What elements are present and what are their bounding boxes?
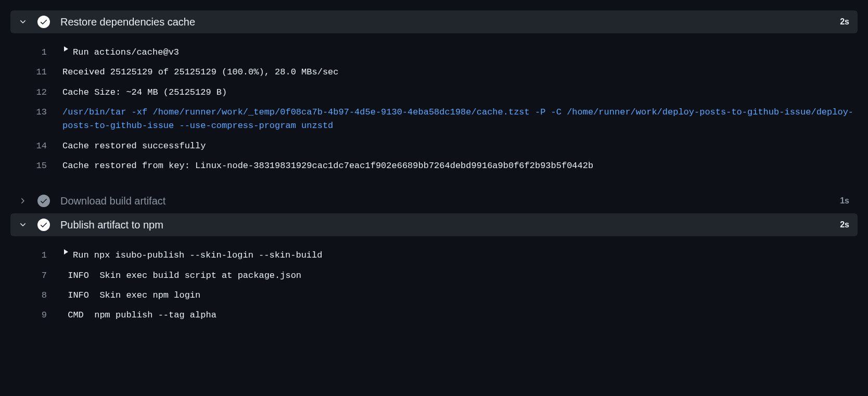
check-circle-icon	[37, 219, 50, 231]
log-line: 14Cache restored successfully	[10, 136, 858, 156]
workflow-step: Publish artifact to npm2s1Run npx isubo-…	[10, 213, 858, 338]
line-number: 7	[10, 269, 62, 283]
chevron-down-icon[interactable]	[19, 18, 27, 26]
line-text: INFO Skin exec npm login	[62, 289, 858, 302]
step-duration: 1s	[840, 196, 849, 206]
step-header[interactable]: Restore dependencies cache2s	[10, 10, 858, 33]
line-number: 8	[10, 289, 62, 302]
step-header[interactable]: Publish artifact to npm2s	[10, 213, 858, 236]
log-line: 1Run npx isubo-publish --skin-login --sk…	[10, 246, 858, 265]
workflow-step: Restore dependencies cache2s1Run actions…	[10, 10, 858, 188]
step-duration: 2s	[840, 17, 849, 27]
check-circle-icon	[37, 16, 50, 28]
line-content: INFO Skin exec npm login	[62, 289, 858, 302]
step-header[interactable]: Download build artifact1s	[10, 189, 858, 212]
log-body: 1Run npx isubo-publish --skin-login --sk…	[10, 236, 858, 338]
line-text: Cache Size: ~24 MB (25125129 B)	[62, 86, 858, 99]
disclosure-triangle-icon[interactable]	[62, 46, 70, 52]
line-content: /usr/bin/tar -xf /home/runner/work/_temp…	[62, 106, 858, 133]
line-text: Cache restored from key: Linux-node-3831…	[62, 159, 858, 173]
line-number: 15	[10, 159, 62, 173]
line-number: 11	[10, 66, 62, 79]
log-line: 7 INFO Skin exec build script at package…	[10, 266, 858, 286]
step-title: Download build artifact	[60, 195, 840, 207]
line-number: 14	[10, 139, 62, 153]
step-title: Publish artifact to npm	[60, 219, 840, 231]
line-content: Received 25125129 of 25125129 (100.0%), …	[62, 66, 858, 79]
line-text: INFO Skin exec build script at package.j…	[62, 269, 858, 283]
line-number: 9	[10, 309, 62, 322]
line-text: Run npx isubo-publish --skin-login --ski…	[73, 249, 858, 262]
disclosure-triangle-icon[interactable]	[62, 249, 70, 255]
chevron-down-icon[interactable]	[19, 221, 27, 229]
chevron-right-icon[interactable]	[19, 197, 27, 205]
log-line: 11Received 25125129 of 25125129 (100.0%)…	[10, 62, 858, 82]
line-number: 1	[10, 46, 62, 59]
line-content: Cache Size: ~24 MB (25125129 B)	[62, 86, 858, 99]
log-line: 1Run actions/cache@v3	[10, 43, 858, 62]
line-number: 1	[10, 249, 62, 262]
line-text: Run actions/cache@v3	[73, 46, 858, 59]
line-text: Received 25125129 of 25125129 (100.0%), …	[62, 66, 858, 79]
log-line: 8 INFO Skin exec npm login	[10, 286, 858, 305]
line-text: CMD npm publish --tag alpha	[62, 309, 858, 322]
line-text: /usr/bin/tar -xf /home/runner/work/_temp…	[62, 106, 858, 133]
log-body: 1Run actions/cache@v311Received 25125129…	[10, 33, 858, 188]
log-line: 13/usr/bin/tar -xf /home/runner/work/_te…	[10, 103, 858, 136]
line-text: Cache restored successfully	[62, 139, 858, 153]
log-line: 15Cache restored from key: Linux-node-38…	[10, 156, 858, 176]
log-line: 9 CMD npm publish --tag alpha	[10, 305, 858, 325]
check-circle-icon	[37, 195, 50, 207]
workflow-step: Download build artifact1s	[10, 189, 858, 212]
line-content: Cache restored from key: Linux-node-3831…	[62, 159, 858, 173]
log-line: 12Cache Size: ~24 MB (25125129 B)	[10, 83, 858, 103]
step-title: Restore dependencies cache	[60, 16, 840, 28]
line-content[interactable]: Run actions/cache@v3	[62, 46, 858, 59]
line-content: Cache restored successfully	[62, 139, 858, 153]
line-content[interactable]: Run npx isubo-publish --skin-login --ski…	[62, 249, 858, 262]
step-duration: 2s	[840, 220, 849, 229]
line-content: CMD npm publish --tag alpha	[62, 309, 858, 322]
line-number: 12	[10, 86, 62, 99]
line-content: INFO Skin exec build script at package.j…	[62, 269, 858, 283]
line-number: 13	[10, 106, 62, 119]
